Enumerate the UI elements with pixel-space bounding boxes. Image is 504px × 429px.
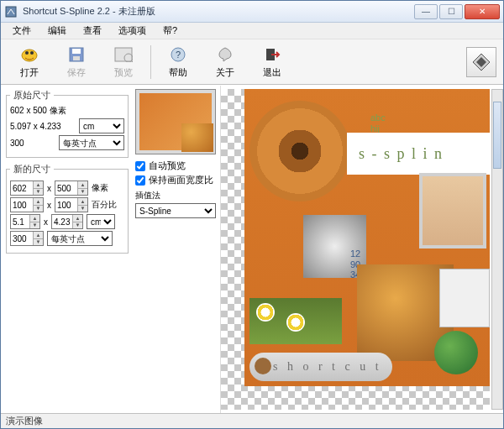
original-size-legend: 原始尺寸: [10, 89, 54, 102]
poster-flowers: [249, 298, 342, 344]
new-width-pct[interactable]: ▲▼: [10, 197, 44, 212]
preview-icon: [113, 44, 134, 65]
exit-button[interactable]: 退出: [249, 42, 296, 82]
new-dpi[interactable]: ▲▼: [10, 231, 44, 246]
close-button[interactable]: ✕: [465, 4, 500, 19]
app-icon: [4, 5, 18, 18]
svg-line-9: [131, 60, 133, 62]
logo-button[interactable]: [466, 47, 496, 77]
save-label: 保存: [67, 66, 86, 79]
statusbar: 演示图像: [1, 413, 503, 428]
exit-label: 退出: [263, 66, 281, 79]
about-label: 关于: [216, 66, 234, 79]
original-size-group: 原始尺寸 602 x 500 像素 5.097 x 4.233 cm 300 每…: [6, 89, 129, 158]
interpolation-select[interactable]: S-Spline: [135, 203, 216, 218]
svg-rect-0: [6, 7, 16, 17]
open-icon: [19, 44, 39, 65]
svg-text:?: ?: [176, 50, 181, 60]
menu-edit[interactable]: 编辑: [39, 23, 75, 39]
titlebar: Shortcut S-Spline 2.2 - 未注册版 — ☐ ✕: [1, 1, 503, 23]
svg-point-3: [30, 51, 34, 55]
exit-icon: [262, 44, 282, 65]
poster-geometry: [439, 269, 490, 327]
open-button[interactable]: 打开: [6, 42, 53, 82]
original-dpi-unit[interactable]: 每英寸点: [59, 135, 124, 150]
preview-button[interactable]: 预览: [100, 42, 147, 82]
toolbar-separator: [150, 45, 151, 79]
about-icon: [215, 44, 235, 65]
about-button[interactable]: 关于: [202, 42, 249, 82]
original-phys-unit[interactable]: cm: [79, 118, 124, 133]
svg-rect-6: [73, 56, 80, 60]
preview-pane: abchijopqr s - s p l i n 1290345678 s h …: [220, 86, 503, 413]
new-size-group: 新的尺寸 ▲▼ x ▲▼ 像素 ▲▼ x ▲▼ 百分比 ▲▼ x ▲▼: [6, 163, 129, 254]
original-dpi: 300: [10, 139, 24, 148]
poster-dino: [434, 331, 478, 374]
save-icon: [66, 44, 87, 65]
menu-options[interactable]: 选项项: [110, 23, 155, 39]
maximize-button[interactable]: ☐: [439, 4, 463, 19]
preview-image[interactable]: abchijopqr s - s p l i n 1290345678 s h …: [244, 89, 490, 386]
poster-shortcut-pill: s h o r t c u t: [249, 353, 392, 381]
logo-icon: [470, 51, 492, 73]
vertical-scrollbar[interactable]: [491, 89, 503, 410]
menubar: 文件 编辑 查看 选项项 帮?: [1, 23, 503, 39]
new-size-legend: 新的尺寸: [10, 163, 54, 175]
new-height-px[interactable]: ▲▼: [55, 180, 88, 196]
minimize-button[interactable]: —: [414, 4, 438, 19]
poster-face: [419, 173, 486, 249]
svg-rect-5: [72, 49, 81, 54]
original-phys-dims: 5.097 x 4.233: [10, 122, 61, 131]
new-height-cm[interactable]: ▲▼: [51, 214, 83, 229]
keep-ratio-checkbox[interactable]: 保持画面宽度比: [135, 174, 217, 186]
menu-view[interactable]: 查看: [75, 23, 110, 39]
interpolation-label: 插值法: [135, 190, 217, 201]
new-dpi-unit[interactable]: 每英寸点: [47, 231, 113, 246]
help-button[interactable]: ? 帮助: [155, 42, 202, 82]
open-label: 打开: [20, 66, 39, 79]
svg-point-2: [25, 51, 29, 55]
pct-label: 百分比: [92, 199, 117, 211]
status-text: 演示图像: [6, 415, 43, 427]
new-phys-unit[interactable]: cm: [87, 214, 115, 229]
thumbnail-navigator[interactable]: [135, 89, 216, 154]
toolbar: 打开 保存 预览 ? 帮助 关于 退出: [1, 39, 503, 85]
help-icon: ?: [168, 44, 188, 65]
px-label: 像素: [92, 182, 108, 194]
menu-file[interactable]: 文件: [4, 23, 39, 39]
auto-preview-checkbox[interactable]: 自动预览: [135, 160, 217, 172]
new-height-pct[interactable]: ▲▼: [55, 197, 88, 212]
original-pixel-dims: 602 x 500 像素: [10, 105, 124, 117]
save-button[interactable]: 保存: [53, 42, 100, 82]
preview-label: 预览: [114, 66, 133, 79]
new-width-cm[interactable]: ▲▼: [10, 214, 40, 229]
poster-brand: s - s p l i n: [347, 133, 490, 175]
poster-eye: [249, 101, 350, 201]
help-label: 帮助: [169, 66, 187, 79]
new-width-px[interactable]: ▲▼: [10, 180, 44, 196]
menu-help[interactable]: 帮?: [155, 23, 186, 39]
svg-rect-7: [115, 48, 132, 61]
window-title: Shortcut S-Spline 2.2 - 未注册版: [23, 5, 414, 18]
